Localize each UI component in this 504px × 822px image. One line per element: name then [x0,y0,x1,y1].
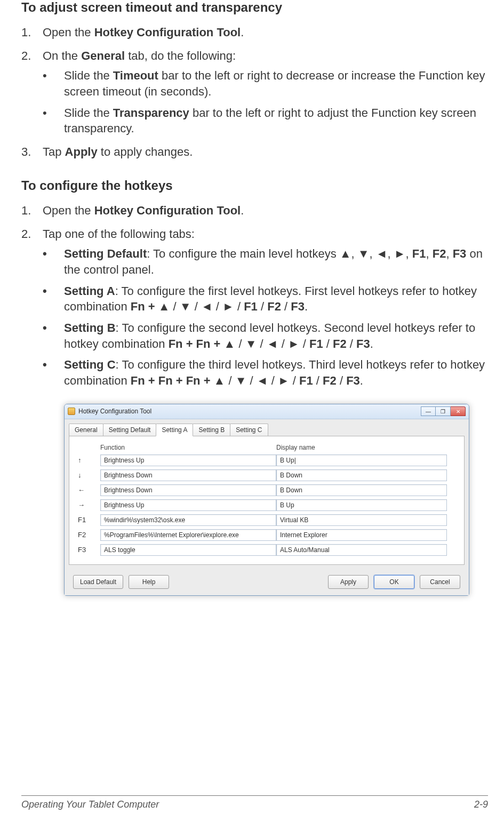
sub-step: • Setting Default: To configure the main… [64,246,488,277]
key-label: ↑ [78,456,100,464]
sub-step: • Slide the Timeout bar to the left or r… [64,68,488,99]
tab-setting-default[interactable]: Setting Default [103,424,157,436]
step-number: 1. [21,203,31,219]
column-headers: Function Display name [78,444,455,451]
step-2: 2. On the General tab, do the following:… [43,48,488,137]
sub-step: • Setting C: To configure the third leve… [64,357,488,388]
function-field[interactable]: Brightness Up [100,454,276,466]
ok-button[interactable]: OK [374,575,414,589]
bullet: • [43,283,47,299]
step-3: 3. Tap Apply to apply changes. [43,144,488,160]
hotkey-row: → Brightness Up B Up [78,499,455,511]
footer-page-number: 2-9 [474,799,488,810]
section-timeout-transparency: To adjust screen timeout and transparenc… [21,0,488,160]
step-number: 1. [21,25,31,41]
display-name-field[interactable]: B Down [276,484,447,496]
sub-steps: • Slide the Timeout bar to the left or r… [43,68,488,137]
bullet: • [43,320,47,336]
step-text: Open the Hotkey Configuration Tool. [43,26,244,39]
hotkey-row: ↓ Brightness Down B Down [78,469,455,481]
step-1: 1. Open the Hotkey Configuration Tool. [43,203,488,219]
step-text: Tap Apply to apply changes. [43,145,193,158]
section-title: To configure the hotkeys [21,178,488,193]
step-number: 2. [21,226,31,242]
display-name-field[interactable]: Internet Explorer [276,529,447,541]
window-title: Hotkey Configuration Tool [78,408,421,415]
app-icon [68,408,75,415]
step-text: Open the Hotkey Configuration Tool. [43,204,244,217]
step-number: 3. [21,144,31,160]
sub-step: • Slide the Transparency bar to the left… [64,105,488,137]
hotkey-row: F1 %windir%\system32\osk.exe Virtual KB [78,514,455,526]
sub-step: • Setting B: To configure the second lev… [64,320,488,352]
step-text: Tap one of the following tabs: [43,227,195,241]
sub-steps: • Setting Default: To configure the main… [43,246,488,389]
key-label: ↓ [78,471,100,479]
step-2: 2. Tap one of the following tabs: • Sett… [43,226,488,389]
hotkey-row: ↑ Brightness Up B Up| [78,454,455,466]
tab-panel: Function Display name ↑ Brightness Up B … [69,436,465,565]
hotkey-config-window: Hotkey Configuration Tool — ❐ ✕ General … [64,404,469,596]
bullet: • [43,246,47,262]
tab-setting-c[interactable]: Setting C [230,424,268,436]
sub-step-text: Slide the Timeout bar to the left or rig… [64,69,485,98]
sub-step-text: Slide the Transparency bar to the left o… [64,106,476,135]
header-display-name: Display name [276,444,447,451]
key-label: ← [78,486,100,494]
step-text: On the General tab, do the following: [43,49,236,62]
minimize-button[interactable]: — [421,406,436,416]
function-field[interactable]: Brightness Up [100,499,276,511]
footer-left: Operating Your Tablet Computer [21,799,159,810]
function-field[interactable]: Brightness Down [100,484,276,496]
step-number: 2. [21,48,31,64]
display-name-field[interactable]: B Up [276,499,447,511]
bullet: • [43,105,47,121]
key-label: F3 [78,546,100,554]
close-button[interactable]: ✕ [451,406,466,416]
display-name-field[interactable]: B Down [276,469,447,481]
function-field[interactable]: ALS toggle [100,544,276,556]
step-1: 1. Open the Hotkey Configuration Tool. [43,25,488,41]
display-name-field[interactable]: ALS Auto/Manual [276,544,447,556]
sub-step-text: Setting B: To configure the second level… [64,321,475,350]
cancel-button[interactable]: Cancel [420,575,460,589]
apply-button[interactable]: Apply [328,575,369,589]
function-field[interactable]: %windir%\system32\osk.exe [100,514,276,526]
hotkey-row: F3 ALS toggle ALS Auto/Manual [78,544,455,556]
section-title: To adjust screen timeout and transparenc… [21,0,488,15]
tab-general[interactable]: General [69,424,103,436]
steps-list: 1. Open the Hotkey Configuration Tool. 2… [21,203,488,389]
tab-setting-b[interactable]: Setting B [193,424,230,436]
bullet: • [43,68,47,84]
sub-step-text: Setting C: To configure the third level … [64,358,485,387]
steps-list: 1. Open the Hotkey Configuration Tool. 2… [21,25,488,160]
window-titlebar[interactable]: Hotkey Configuration Tool — ❐ ✕ [65,404,469,419]
hotkey-row: F2 %ProgramFiles%\Internet Explorer\iexp… [78,529,455,541]
hotkey-row: ← Brightness Down B Down [78,484,455,496]
header-function: Function [100,444,276,451]
key-label: → [78,501,100,509]
window-controls: — ❐ ✕ [421,406,466,416]
display-name-field[interactable]: B Up| [276,454,447,466]
function-field[interactable]: Brightness Down [100,469,276,481]
sub-step: • Setting A: To configure the first leve… [64,283,488,315]
dialog-button-row: Load Default Help Apply OK Cancel [65,570,469,595]
display-name-field[interactable]: Virtual KB [276,514,447,526]
load-default-button[interactable]: Load Default [73,575,123,589]
key-label: F1 [78,516,100,524]
sub-step-text: Setting A: To configure the first level … [64,284,477,314]
function-field[interactable]: %ProgramFiles%\Internet Explorer\iexplor… [100,529,276,541]
maximize-button[interactable]: ❐ [436,406,451,416]
sub-step-text: Setting Default: To configure the main l… [64,247,483,276]
page-footer: Operating Your Tablet Computer 2-9 [21,795,488,810]
bullet: • [43,357,47,373]
section-configure-hotkeys: To configure the hotkeys 1. Open the Hot… [21,178,488,389]
key-label: F2 [78,531,100,539]
help-button[interactable]: Help [129,575,169,589]
tab-strip: General Setting Default Setting A Settin… [65,419,469,436]
tab-setting-a[interactable]: Setting A [156,424,193,436]
